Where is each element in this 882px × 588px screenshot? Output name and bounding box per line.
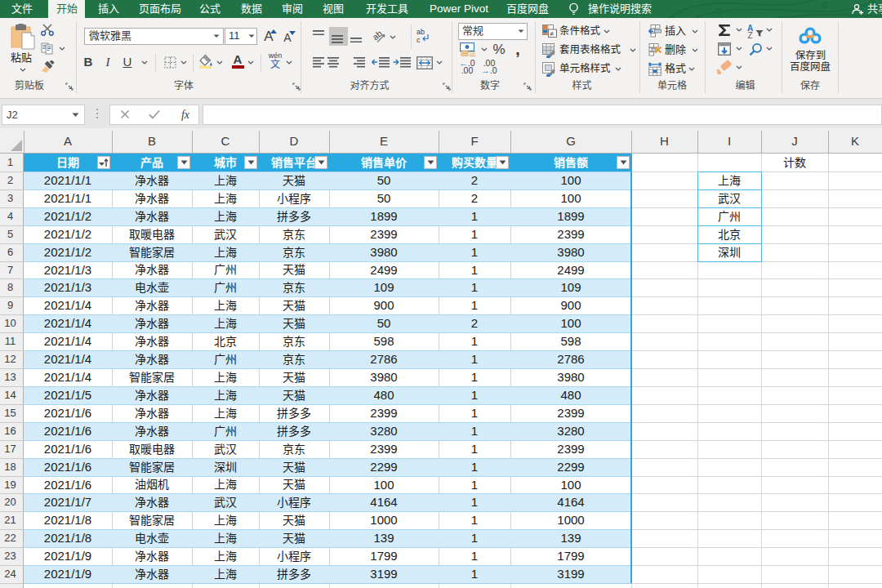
svg-text:≠: ≠	[550, 29, 555, 38]
svg-text:Z: Z	[748, 31, 753, 38]
svg-text:ab: ab	[416, 28, 425, 36]
svg-text:c: c	[416, 36, 421, 44]
